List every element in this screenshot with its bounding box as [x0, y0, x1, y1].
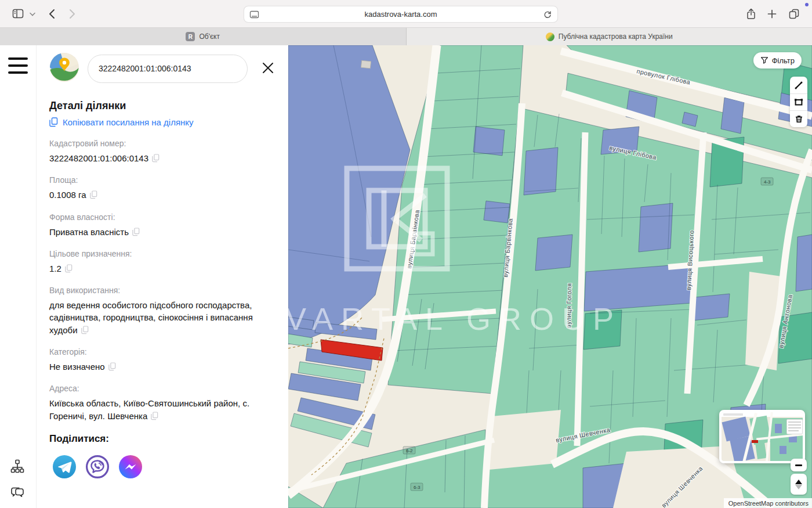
overview-minimap[interactable]: [719, 410, 805, 463]
copy-icon[interactable]: [152, 154, 160, 164]
chat-icon[interactable]: [10, 486, 24, 501]
polygon-draw-tool[interactable]: [790, 93, 807, 110]
copy-icon: [49, 117, 58, 127]
forward-button[interactable]: [65, 7, 80, 21]
minimap-selected-parcel: [752, 440, 758, 443]
new-tab-icon[interactable]: [764, 7, 780, 21]
field-address: Адреса: Київська область, Київо-Святошин…: [49, 384, 277, 423]
layers-hierarchy-icon[interactable]: [10, 459, 24, 477]
building-footprint: [361, 60, 371, 69]
zoom-in-arrow-icon[interactable]: [795, 480, 802, 484]
tab-object[interactable]: R Об'єкт: [0, 28, 407, 45]
copy-icon[interactable]: [90, 191, 97, 201]
copy-icon[interactable]: [81, 326, 89, 336]
map-tools: [790, 77, 807, 127]
copy-icon[interactable]: [65, 265, 72, 275]
map-logo: [49, 52, 79, 85]
funnel-icon: [760, 56, 768, 64]
zoom-stepper[interactable]: [791, 474, 807, 495]
sidebar-toggle-icon[interactable]: [10, 7, 26, 21]
page-format-icon: [249, 10, 259, 21]
zoom-down-arrow-icon[interactable]: [795, 485, 802, 489]
chevron-down-icon[interactable]: [28, 7, 37, 21]
url-bar[interactable]: kadastrova-karta.com: [244, 6, 558, 23]
left-rail: [0, 45, 37, 508]
copy-icon[interactable]: [151, 412, 158, 422]
share-icon[interactable]: [744, 7, 759, 21]
green-parcels-bottomleft: [288, 398, 485, 508]
share-messenger-icon[interactable]: [115, 452, 146, 482]
svg-text:6-3: 6-3: [414, 485, 420, 490]
copy-parcel-link-label: Копіювати посилання на ділянку: [63, 117, 194, 127]
copy-icon[interactable]: [132, 228, 140, 238]
delete-tool[interactable]: [790, 110, 807, 127]
tab-strip: R Об'єкт Публічна кадастрова карта Украї…: [0, 28, 812, 45]
search-input[interactable]: [88, 55, 248, 83]
share-viber-icon[interactable]: [82, 452, 113, 482]
back-button[interactable]: [44, 7, 59, 21]
svg-text:6-2: 6-2: [406, 448, 413, 453]
tab-favicon-r: R: [186, 32, 195, 41]
share-title: Поділитися:: [49, 433, 277, 445]
svg-text:вулиця Гоголя: вулиця Гоголя: [565, 283, 572, 328]
field-area: Площа: 0.1008 га: [49, 175, 277, 202]
tab-overview-icon[interactable]: [786, 7, 802, 21]
share-telegram-icon[interactable]: [49, 452, 79, 482]
water-blue-parcels: [288, 45, 410, 344]
parcel-fields: Кадастровий номер: 3222482001:01:006:014…: [49, 139, 277, 423]
tab-favicon-map: [546, 33, 554, 41]
field-cadastral-number: Кадастровий номер: 3222482001:01:006:014…: [49, 139, 277, 165]
details-panel: Деталі ділянки Копіювати посилання на ді…: [37, 45, 288, 508]
field-usage-type: Вид використання: для ведення особистого…: [49, 286, 277, 337]
field-purpose-code: Цільове призначення: 1.2: [49, 249, 277, 276]
field-category: Категорія: Не визначено: [49, 347, 277, 374]
zoom-controls: [791, 459, 807, 495]
reload-icon[interactable]: [542, 9, 553, 22]
field-ownership: Форма власності: Приватна власність: [49, 212, 277, 239]
copy-parcel-link[interactable]: Копіювати посилання на ділянку: [49, 117, 277, 127]
close-panel-button[interactable]: [259, 59, 277, 78]
copy-icon[interactable]: [108, 363, 116, 373]
details-title: Деталі ділянки: [49, 100, 277, 112]
zoom-out-button[interactable]: [791, 459, 807, 471]
svg-text:4-3: 4-3: [764, 179, 771, 185]
tab-cadastral-label: Публічна кадастрова карта України: [559, 33, 673, 41]
measure-tool[interactable]: [790, 77, 807, 93]
browser-toolbar: kadastrova-karta.com: [0, 0, 812, 28]
tab-cadastral-map[interactable]: Публічна кадастрова карта України: [407, 28, 812, 45]
menu-hamburger-icon[interactable]: [8, 57, 28, 74]
filter-button[interactable]: Фільтр: [753, 52, 802, 69]
map-viewport[interactable]: 6-2 6-3 4-3 провулок Глібова вулиця Гліб…: [288, 45, 812, 508]
url-text: kadastrova-karta.com: [244, 10, 557, 19]
map-attribution: OpenStreetMap contributors: [724, 498, 812, 508]
tab-object-label: Об'єкт: [199, 33, 220, 41]
notification-dot: [805, 3, 809, 6]
